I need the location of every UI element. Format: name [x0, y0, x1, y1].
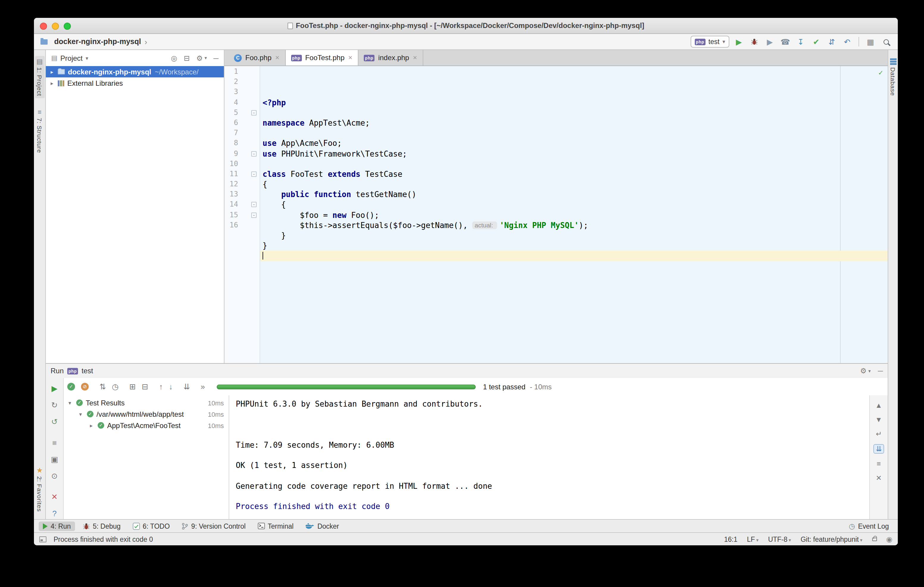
up-stack-trace-button[interactable]: ▲ [875, 401, 882, 410]
chevron-right-icon[interactable]: ▸ [90, 422, 96, 428]
scroll-to-end-button[interactable]: ⇊ [873, 444, 884, 453]
close-tab-icon[interactable]: ✕ [348, 55, 353, 61]
close-window-button[interactable] [40, 23, 47, 30]
editor-tab-index-php[interactable]: phpindex.php✕ [358, 50, 423, 66]
project-view-selector[interactable]: Project [60, 54, 83, 62]
close-tab-icon[interactable]: ✕ [275, 55, 279, 61]
fold-marker-icon[interactable]: - [251, 110, 257, 115]
code-line-16[interactable] [260, 251, 888, 261]
tool-window-button-docker[interactable]: Docker [301, 521, 343, 531]
print-button[interactable]: ≡ [877, 460, 881, 468]
code-line-7[interactable] [260, 159, 888, 169]
test-node-apptest-acme-footest[interactable]: ▸✓AppTest\Acme\FooTest10ms [64, 420, 229, 431]
code-line-5[interactable]: use App\Acme\Foo; [260, 139, 888, 148]
hide-passed-button[interactable]: ✓ [67, 383, 75, 391]
collapse-all-button[interactable]: ⊟ [184, 54, 190, 62]
search-everywhere-button[interactable] [880, 36, 892, 48]
code-line-11[interactable]: { [260, 200, 888, 210]
code-line-12[interactable]: $foo = new Foo(); [260, 210, 888, 220]
debug-button[interactable] [748, 36, 760, 48]
run-config-selector[interactable]: php test ▾ [691, 36, 729, 48]
code-line-3[interactable]: namespace AppTest\Acme; [260, 118, 888, 128]
compare-button[interactable]: ⇵ [826, 36, 838, 48]
tool-window-button-5-debug[interactable]: 5: Debug [79, 521, 125, 531]
fold-marker-icon[interactable]: - [251, 171, 257, 177]
caret-position[interactable]: 16:1 [724, 536, 738, 542]
git-branch-selector[interactable]: Git: feature/phpunit▾ [800, 536, 862, 542]
settings-button[interactable]: ⚙ [860, 367, 866, 375]
update-project-button[interactable]: ↧ [795, 36, 807, 48]
rerun-failed-tests-button[interactable]: ↻ [51, 401, 58, 410]
run-button[interactable]: ▶ [733, 36, 745, 48]
chevron-down-icon[interactable]: ▾ [68, 400, 75, 406]
tree-node-docker-nginx-php-mysql[interactable]: ▸docker-nginx-php-mysql~/Workspace/ [46, 66, 224, 77]
import-test-results-button[interactable]: ⇊ [183, 382, 190, 391]
down-stack-trace-button[interactable]: ▼ [875, 416, 882, 424]
fold-marker-icon[interactable]: - [251, 151, 257, 156]
hide-panel-button[interactable]: ─ [213, 54, 218, 62]
rerun-button[interactable]: ▶ [51, 384, 58, 393]
run-with-coverage-button[interactable]: ▶ [764, 36, 776, 48]
tool-window-button-6-todo[interactable]: 6: TODO [128, 521, 174, 531]
breadcrumb-project[interactable]: docker-nginx-php-mysql [54, 38, 141, 46]
fold-marker-icon[interactable]: - [251, 212, 257, 218]
stop-button[interactable]: ■ [52, 438, 57, 447]
tool-button-1-project[interactable]: ▤1: Project [35, 56, 45, 99]
test-node-test-results[interactable]: ▾✓Test Results10ms [64, 397, 229, 408]
tree-node-external-libraries[interactable]: ▸External Libraries [46, 77, 224, 89]
rollback-button[interactable]: ↶ [841, 36, 853, 48]
tool-window-button-9-version-control[interactable]: 9: Version Control [177, 521, 250, 531]
code-line-6[interactable]: use PHPUnit\Framework\TestCase; [260, 148, 888, 159]
code-line-9[interactable]: { [260, 179, 888, 189]
restore-layout-button[interactable]: ▣ [51, 455, 58, 464]
console-output[interactable]: PHPUnit 6.3.0 by Sebastian Bergmann and … [229, 395, 869, 519]
line-separator-selector[interactable]: LF▾ [747, 536, 759, 542]
code-line-14[interactable]: } [260, 231, 888, 241]
close-button[interactable]: ✕ [51, 492, 58, 501]
sort-alphabetically-button[interactable]: ⇅ [99, 382, 106, 391]
chevron-down-icon[interactable]: ▾ [79, 411, 86, 417]
tool-button-database[interactable]: Database [888, 56, 898, 98]
collapse-all-button[interactable]: ⊟ [142, 382, 148, 391]
hide-panel-button[interactable]: ─ [878, 367, 883, 375]
code-area[interactable]: <?phpnamespace AppTest\Acme;use App\Acme… [260, 66, 888, 363]
clear-all-button[interactable]: ✕ [876, 474, 882, 482]
soft-wrap-button[interactable]: ↵ [876, 430, 882, 438]
minimize-window-button[interactable] [52, 23, 59, 30]
listen-debug-connections-button[interactable]: ☎ [779, 36, 791, 48]
chevron-right-icon[interactable]: ▸ [51, 69, 57, 75]
locate-file-button[interactable]: ◎ [171, 54, 177, 62]
chevron-down-icon[interactable]: ▾ [86, 55, 88, 61]
pin-button[interactable]: ⊙ [51, 472, 58, 480]
fold-marker-icon[interactable]: - [251, 202, 257, 208]
code-line-2[interactable] [260, 108, 888, 118]
code-line-8[interactable]: class FooTest extends TestCase [260, 169, 888, 179]
readonly-lock-icon[interactable] [872, 537, 877, 541]
chevron-right-icon[interactable]: ▸ [51, 80, 57, 86]
previous-failed-test-button[interactable]: ↑ [159, 382, 163, 391]
code-line-13[interactable]: $this->assertEquals($foo->getName(), act… [260, 220, 888, 231]
next-failed-test-button[interactable]: ↓ [169, 382, 173, 391]
zoom-window-button[interactable] [64, 23, 71, 30]
sort-by-duration-button[interactable]: ◷ [112, 382, 119, 391]
tool-button-7-structure[interactable]: ≡7: Structure [35, 107, 45, 156]
commit-button[interactable]: ✔ [810, 36, 822, 48]
breadcrumb[interactable]: docker-nginx-php-mysql › [40, 37, 147, 46]
inspections-status-icon[interactable]: ✓ [878, 69, 883, 77]
code-line-1[interactable]: <?php [260, 97, 888, 107]
tool-window-button-event-log[interactable]: ◷Event Log [845, 521, 893, 531]
code-line-10[interactable]: public function testGetName() [260, 190, 888, 200]
expand-all-button[interactable]: ⊞ [129, 382, 136, 391]
hide-ignored-button[interactable]: ⊘ [81, 383, 89, 391]
editor-tab-foo-php[interactable]: CFoo.php✕ [229, 50, 285, 66]
more-actions-button[interactable]: » [201, 382, 205, 391]
settings-button[interactable]: ⚙ [196, 54, 203, 62]
help-button[interactable]: ? [53, 509, 56, 518]
encoding-selector[interactable]: UTF-8▾ [768, 536, 791, 542]
test-node-var-www-html-web-app-test[interactable]: ▾✓/var/www/html/web/app/test10ms [64, 408, 229, 420]
highlighting-level-icon[interactable]: ◉ [886, 535, 893, 543]
layout-button[interactable]: ▦ [865, 36, 876, 48]
tool-window-button-terminal[interactable]: Terminal [253, 521, 298, 531]
close-tab-icon[interactable]: ✕ [412, 55, 417, 61]
code-line-4[interactable] [260, 128, 888, 138]
